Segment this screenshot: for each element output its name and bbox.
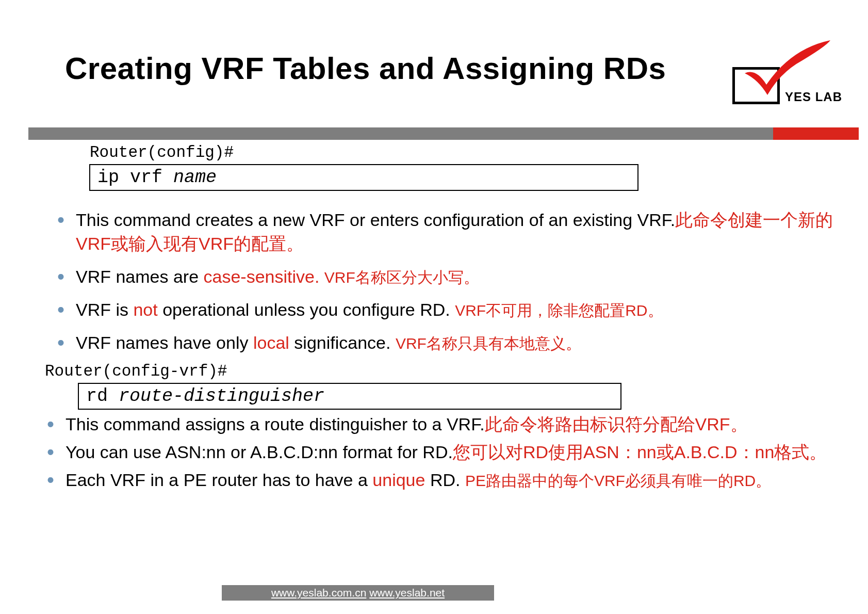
footer: www.yeslab.com.cn www.yeslab.net <box>0 585 868 601</box>
bullet-item: This command creates a new VRF or enters… <box>54 208 837 256</box>
bullet-text-en: This command creates a new VRF or enters… <box>76 210 675 230</box>
bullet-item: You can use ASN:nn or A.B.C.D:nn format … <box>44 441 847 464</box>
bullet-list-1: This command creates a new VRF or enters… <box>54 208 837 364</box>
bullet-text-en: Each VRF in a PE router has to have a <box>65 470 372 490</box>
slide-title: Creating VRF Tables and Assigning RDs <box>65 51 666 86</box>
bullet-text-en: RD. <box>430 470 465 490</box>
bullet-text-en: significance. <box>289 333 396 352</box>
cli-command-rd: rd route-distinguisher <box>78 383 621 410</box>
bullet-text-en: VRF names have only <box>76 333 253 352</box>
bullet-item: This command assigns a route distinguish… <box>44 413 847 437</box>
bullet-text-en: operational unless you configure RD. <box>158 300 455 319</box>
bullet-text-red: unique <box>372 470 430 490</box>
bullet-item: VRF names are case-sensitive. VRF名称区分大小写… <box>54 265 837 289</box>
divider-bar-accent <box>773 127 859 140</box>
cli-cmd-text: rd <box>86 386 119 407</box>
bullet-text-zh: 您可以对RD使用ASN：nn或A.B.C.D：nn格式。 <box>453 442 827 462</box>
bullet-item: Each VRF in a PE router has to have a un… <box>44 468 847 492</box>
bullet-item: VRF names have only local significance. … <box>54 331 837 355</box>
bullet-item: VRF is not operational unless you config… <box>54 298 837 322</box>
bullet-text-red: case-sensitive. <box>204 267 324 286</box>
footer-link-1[interactable]: www.yeslab.com.cn <box>271 587 366 599</box>
footer-link-2[interactable]: www.yeslab.net <box>369 587 445 599</box>
cli-cmd-text: ip vrf <box>97 167 173 188</box>
slide: Creating VRF Tables and Assigning RDs YE… <box>0 0 868 614</box>
bullet-text-en: You can use ASN:nn or A.B.C.D:nn format … <box>65 442 453 462</box>
bullet-text-zh: 此命令将路由标识符分配给VRF。 <box>485 414 748 434</box>
bullet-text-zh: VRF不可用，除非您配置RD。 <box>455 302 663 319</box>
bullet-list-2: This command assigns a route distinguish… <box>44 413 847 496</box>
bullet-text-en: VRF is <box>76 300 133 319</box>
bullet-text-en: This command assigns a route distinguish… <box>65 414 485 434</box>
logo: YES LAB <box>712 43 850 105</box>
cli-prompt-config-vrf: Router(config-vrf)# <box>45 362 227 380</box>
cli-cmd-arg: route-distinguisher <box>119 386 324 407</box>
bullet-text-red: local <box>253 333 289 352</box>
bullet-text-zh: VRF名称只具有本地意义。 <box>396 335 581 352</box>
logo-text: YES LAB <box>785 90 842 104</box>
bullet-text-zh: VRF名称区分大小写。 <box>324 269 479 286</box>
divider-bar <box>28 127 859 140</box>
cli-prompt-config: Router(config)# <box>90 143 234 161</box>
bullet-text-red: not <box>133 300 157 319</box>
footer-bar: www.yeslab.com.cn www.yeslab.net <box>222 585 494 601</box>
cli-cmd-arg: name <box>173 167 217 188</box>
cli-command-ip-vrf: ip vrf name <box>89 164 638 191</box>
bullet-text-en: VRF names are <box>76 267 204 286</box>
bullet-text-zh: PE路由器中的每个VRF必须具有唯一的RD。 <box>465 472 771 489</box>
